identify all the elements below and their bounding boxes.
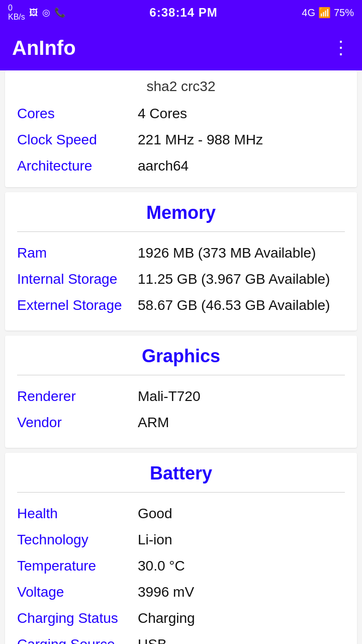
- status-bar: 0KB/s 🖼 ◎ 📞 6:38:14 PM 4G 📶 75%: [0, 0, 362, 25]
- phone-icon: 📞: [54, 7, 65, 18]
- kbps-indicator: 0KB/s: [8, 4, 25, 21]
- status-right: 4G 📶 75%: [302, 7, 354, 19]
- graphics-title: Graphics: [17, 346, 345, 375]
- info-row: Carging SourceUSB: [17, 631, 345, 644]
- battery-percent: 75%: [334, 7, 354, 19]
- info-row: Cores4 Cores: [17, 101, 345, 127]
- graphics-rows: RendererMali-T720VendorARM: [17, 383, 345, 436]
- signal-icon: 📶: [318, 7, 331, 19]
- info-value: aarch64: [138, 158, 345, 174]
- info-value: Charging: [138, 610, 345, 626]
- info-row: Architectureaarch64: [17, 153, 345, 179]
- info-row: Clock Speed221 MHz - 988 MHz: [17, 127, 345, 153]
- network-type: 4G: [302, 7, 315, 19]
- info-row: Externel Storage58.67 GB (46.53 GB Avail…: [17, 292, 345, 318]
- info-value: 58.67 GB (46.53 GB Available): [138, 297, 345, 313]
- info-label: Cores: [17, 106, 138, 122]
- info-value: 1926 MB (373 MB Available): [138, 245, 345, 261]
- cpu-rows: Cores4 CoresClock Speed221 MHz - 988 MHz…: [17, 101, 345, 179]
- info-row: RendererMali-T720: [17, 383, 345, 410]
- app-title: AnInfo: [12, 37, 76, 59]
- info-value: ARM: [138, 415, 345, 431]
- info-label: Health: [17, 506, 138, 522]
- info-row: Charging StatusCharging: [17, 605, 345, 631]
- memory-card: Memory Ram1926 MB (373 MB Available)Inte…: [5, 192, 357, 331]
- info-label: Carging Source: [17, 636, 138, 644]
- info-row: TechnologyLi-ion: [17, 527, 345, 553]
- info-label: Charging Status: [17, 610, 138, 626]
- battery-rows: HealthGoodTechnologyLi-ionTemperature30.…: [17, 501, 345, 644]
- info-label: Internal Storage: [17, 271, 138, 287]
- graphics-card: Graphics RendererMali-T720VendorARM: [5, 336, 357, 448]
- cpu-partial-card: sha2 crc32 Cores4 CoresClock Speed221 MH…: [5, 70, 357, 187]
- battery-title: Battery: [17, 463, 345, 493]
- info-label: Vendor: [17, 415, 138, 431]
- sha-text: sha2 crc32: [17, 74, 345, 101]
- info-label: Temperature: [17, 558, 138, 574]
- info-value: Good: [138, 506, 345, 522]
- info-label: Ram: [17, 245, 138, 261]
- info-value: 221 MHz - 988 MHz: [138, 132, 345, 148]
- info-row: HealthGood: [17, 501, 345, 527]
- info-label: Clock Speed: [17, 132, 138, 148]
- info-label: Externel Storage: [17, 297, 138, 313]
- info-value: Mali-T720: [138, 388, 345, 405]
- info-value: 4 Cores: [138, 106, 345, 122]
- info-label: Voltage: [17, 584, 138, 600]
- status-time: 6:38:14 PM: [149, 6, 217, 20]
- info-label: Architecture: [17, 158, 138, 174]
- memory-title: Memory: [17, 202, 345, 232]
- info-row: Ram1926 MB (373 MB Available): [17, 240, 345, 266]
- info-value: 3996 mV: [138, 584, 345, 600]
- info-value: 30.0 °C: [138, 558, 345, 574]
- info-row: Temperature30.0 °C: [17, 553, 345, 579]
- info-row: VendorARM: [17, 410, 345, 436]
- target-icon: ◎: [42, 7, 50, 18]
- status-left: 0KB/s 🖼 ◎ 📞: [8, 4, 65, 21]
- info-row: Voltage3996 mV: [17, 579, 345, 605]
- info-label: Technology: [17, 532, 138, 548]
- gallery-icon: 🖼: [29, 8, 38, 18]
- memory-rows: Ram1926 MB (373 MB Available)Internal St…: [17, 240, 345, 318]
- info-label: Renderer: [17, 388, 138, 405]
- app-bar: AnInfo ⋮: [0, 25, 362, 70]
- info-row: Internal Storage11.25 GB (3.967 GB Avail…: [17, 266, 345, 292]
- info-value: Li-ion: [138, 532, 345, 548]
- content-area: sha2 crc32 Cores4 CoresClock Speed221 MH…: [0, 70, 362, 644]
- more-options-icon[interactable]: ⋮: [332, 37, 350, 58]
- info-value: USB: [138, 636, 345, 644]
- info-value: 11.25 GB (3.967 GB Available): [138, 271, 345, 287]
- battery-card: Battery HealthGoodTechnologyLi-ionTemper…: [5, 453, 357, 644]
